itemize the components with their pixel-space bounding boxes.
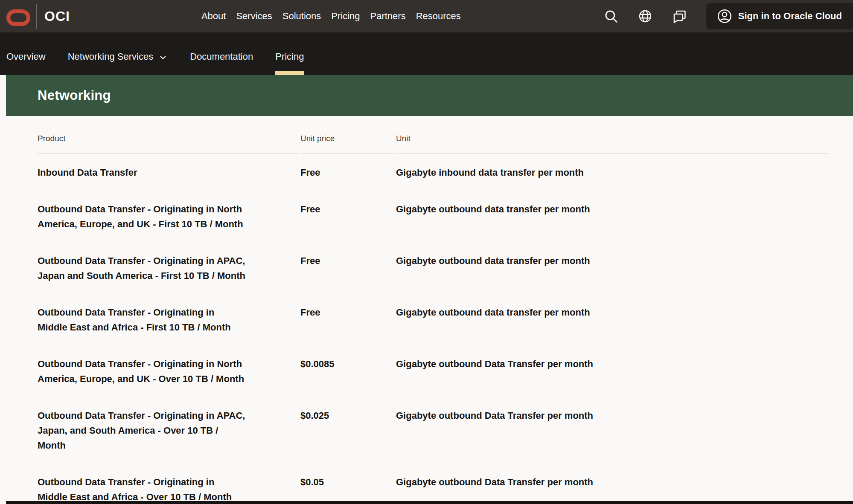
- unit-cell: Gigabyte inbound data transfer per month: [396, 154, 829, 191]
- unit-price-cell: $0.025: [300, 397, 393, 463]
- table-row: Inbound Data Transfer Free Gigabyte inbo…: [38, 154, 829, 191]
- table-row: Outbound Data Transfer - Originating in …: [38, 345, 829, 397]
- unit-cell: Gigabyte outbound Data Transfer per mont…: [396, 397, 829, 463]
- topbar: OCI About Services Solutions Pricing Par…: [0, 0, 853, 32]
- bottom-strip: [6, 501, 853, 504]
- table-body: Inbound Data Transfer Free Gigabyte inbo…: [38, 154, 829, 504]
- top-nav-item[interactable]: Partners: [370, 11, 406, 22]
- subnav-item[interactable]: Networking Services: [68, 38, 168, 75]
- category-banner: Networking: [6, 75, 853, 116]
- product-cell: Outbound Data Transfer - Originating in …: [38, 242, 298, 294]
- oracle-ring-icon: [6, 9, 30, 26]
- unit-price-cell: Free: [300, 154, 393, 191]
- logo-divider: [36, 4, 37, 29]
- subnav-item-label: Documentation: [190, 51, 253, 62]
- column-header-unit: Unit: [396, 116, 829, 154]
- table-row: Outbound Data Transfer - Originating in …: [38, 397, 829, 463]
- subnav-item[interactable]: Documentation: [190, 38, 253, 75]
- globe-icon: [638, 9, 652, 23]
- subnav-item[interactable]: Pricing: [275, 38, 304, 75]
- subnav-item-label: Networking Services: [68, 51, 154, 62]
- account-icon: [716, 8, 733, 24]
- product-cell: Outbound Data Transfer - Originating in …: [38, 294, 298, 345]
- topbar-actions: Sign in to Oracle Cloud: [604, 3, 853, 29]
- unit-price-cell: Free: [300, 191, 393, 242]
- top-nav-item[interactable]: About: [201, 11, 226, 22]
- column-header-unit-price: Unit price: [300, 116, 393, 154]
- subnav-item-label: Overview: [6, 51, 46, 62]
- language-button[interactable]: [638, 9, 652, 23]
- table-row: Outbound Data Transfer - Originating in …: [38, 242, 829, 294]
- sign-in-button[interactable]: Sign in to Oracle Cloud: [706, 3, 853, 29]
- top-nav: About Services Solutions Pricing Partner…: [201, 11, 461, 22]
- unit-cell: Gigabyte outbound data transfer per mont…: [396, 294, 829, 345]
- unit-cell: Gigabyte outbound Data Transfer per mont…: [396, 345, 829, 397]
- top-nav-item[interactable]: Services: [236, 11, 272, 22]
- product-cell: Outbound Data Transfer - Originating in …: [38, 463, 298, 504]
- page-title: Networking: [38, 88, 111, 103]
- table-header-row: Product Unit price Unit: [38, 116, 829, 154]
- subnav-item-label: Pricing: [275, 51, 304, 62]
- unit-cell: Gigabyte outbound data transfer per mont…: [396, 191, 829, 242]
- column-header-product: Product: [38, 116, 298, 154]
- chat-icon: [672, 9, 687, 23]
- top-nav-item[interactable]: Solutions: [282, 11, 321, 22]
- logo-text: OCI: [44, 9, 70, 24]
- top-nav-item[interactable]: Resources: [416, 11, 461, 22]
- table-row: Outbound Data Transfer - Originating in …: [38, 463, 829, 504]
- unit-cell: Gigabyte outbound Data Transfer per mont…: [396, 463, 829, 504]
- table-row: Outbound Data Transfer - Originating in …: [38, 294, 829, 345]
- chevron-down-icon: [158, 52, 168, 62]
- pricing-table: Product Unit price Unit Inbound Data Tra…: [0, 116, 853, 504]
- unit-cell: Gigabyte outbound data transfer per mont…: [396, 242, 829, 294]
- product-cell: Outbound Data Transfer - Originating in …: [38, 345, 298, 397]
- top-nav-item[interactable]: Pricing: [331, 11, 360, 22]
- unit-price-cell: $0.05: [300, 463, 393, 504]
- product-cell: Outbound Data Transfer - Originating in …: [38, 191, 298, 242]
- sign-in-label: Sign in to Oracle Cloud: [738, 11, 842, 22]
- search-icon: [604, 9, 618, 23]
- unit-price-cell: Free: [300, 294, 393, 345]
- subnav: Overview Networking Services Documentati…: [0, 32, 853, 75]
- oci-logo[interactable]: OCI: [6, 4, 70, 29]
- contact-button[interactable]: [672, 9, 687, 23]
- unit-price-cell: Free: [300, 242, 393, 294]
- subnav-item[interactable]: Overview: [6, 38, 46, 75]
- unit-price-cell: $0.0085: [300, 345, 393, 397]
- product-cell: Outbound Data Transfer - Originating in …: [38, 397, 298, 463]
- search-button[interactable]: [604, 9, 618, 23]
- product-cell: Inbound Data Transfer: [38, 154, 298, 191]
- table-row: Outbound Data Transfer - Originating in …: [38, 191, 829, 242]
